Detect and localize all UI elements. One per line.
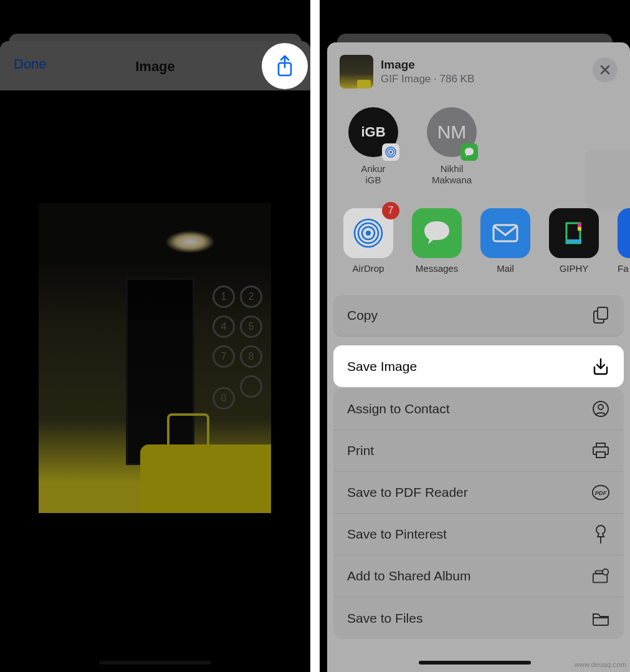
copy-icon — [591, 306, 610, 325]
pdf-icon: PDF — [591, 483, 610, 502]
app-label: Messages — [412, 263, 462, 274]
messages-badge-icon — [461, 143, 478, 161]
watermark: www.deuaq.com — [575, 661, 626, 668]
notification-badge: 7 — [382, 202, 399, 219]
preview-title: Image — [135, 59, 175, 75]
print-icon — [591, 441, 610, 460]
app-label: AirDrop — [343, 263, 393, 274]
preview-header: Done Image — [0, 41, 310, 92]
close-icon — [599, 64, 611, 75]
airdrop-icon: 7 — [343, 208, 393, 258]
contact-ankur-igb[interactable]: iGB Ankur iGB — [343, 107, 403, 186]
contact-nikhil-makwana[interactable]: NM Nikhil Makwana — [422, 107, 482, 186]
action-save-pinterest[interactable]: Save to Pinterest — [333, 514, 624, 555]
messages-icon — [412, 208, 462, 258]
share-button[interactable] — [262, 43, 308, 89]
contact-name: Ankur iGB — [343, 163, 403, 186]
action-print[interactable]: Print — [333, 430, 624, 472]
svg-rect-12 — [566, 239, 581, 243]
action-add-shared-album[interactable]: Add to Shared Album — [333, 555, 624, 597]
share-apps-row: 7 AirDrop Messages Mail — [327, 191, 630, 279]
contact-name: Nikhil Makwana — [422, 163, 482, 186]
svg-text:PDF: PDF — [595, 490, 607, 496]
app-label: GIPHY — [549, 263, 599, 274]
contact-icon — [591, 400, 610, 418]
app-giphy[interactable]: GIPHY — [549, 208, 599, 274]
giphy-icon — [549, 208, 599, 258]
airdrop-badge-icon — [382, 143, 399, 161]
svg-rect-19 — [596, 452, 605, 458]
mail-icon — [480, 208, 530, 258]
preview-body: 12 45 78 0 — [0, 90, 310, 672]
shared-album-icon — [591, 567, 610, 585]
share-sheet: Image GIF Image · 786 KB iGB — [327, 42, 630, 672]
action-save-files[interactable]: Save to Files — [333, 597, 624, 639]
app-partial[interactable]: Fa — [618, 208, 630, 274]
preview-image[interactable]: 12 45 78 0 — [39, 203, 271, 513]
svg-point-4 — [366, 231, 371, 236]
share-thumbnail — [340, 55, 373, 89]
svg-point-1 — [389, 151, 392, 153]
home-indicator[interactable] — [419, 661, 531, 665]
action-assign-contact[interactable]: Assign to Contact — [333, 388, 624, 430]
folder-icon — [591, 609, 610, 628]
image-preview-sheet: Done Image 12 — [0, 41, 310, 672]
share-subtitle: GIF Image · 786 KB — [381, 73, 474, 85]
screenshot-divider — [310, 0, 320, 672]
share-header: Image GIF Image · 786 KB — [327, 42, 630, 92]
action-save-image[interactable]: Save Image — [333, 345, 624, 387]
done-button[interactable]: Done — [14, 56, 47, 72]
app-label: Mail — [480, 263, 530, 274]
app-label: Fa — [618, 263, 630, 274]
home-indicator[interactable] — [99, 661, 211, 665]
app-mail[interactable]: Mail — [480, 208, 530, 274]
app-messages[interactable]: Messages — [412, 208, 462, 274]
share-title: Image — [381, 58, 474, 72]
svg-point-24 — [603, 569, 608, 575]
svg-rect-14 — [598, 307, 608, 319]
action-save-pdf[interactable]: Save to PDF Reader PDF — [333, 472, 624, 514]
share-icon — [275, 55, 294, 77]
svg-rect-11 — [578, 227, 581, 231]
app-icon — [618, 208, 630, 258]
svg-rect-10 — [578, 223, 581, 227]
pin-icon — [591, 525, 610, 544]
svg-point-16 — [598, 405, 603, 410]
share-actions: Copy Save Image Assign to Contact — [327, 279, 630, 639]
app-airdrop[interactable]: 7 AirDrop — [343, 208, 393, 274]
close-button[interactable] — [593, 57, 618, 82]
right-screenshot: Image GIF Image · 786 KB iGB — [320, 0, 630, 672]
action-copy[interactable]: Copy — [333, 295, 624, 337]
download-icon — [591, 357, 610, 376]
left-screenshot: Done Image 12 — [0, 0, 310, 672]
action-group: Assign to Contact Print Save to PDF Read… — [333, 388, 624, 639]
